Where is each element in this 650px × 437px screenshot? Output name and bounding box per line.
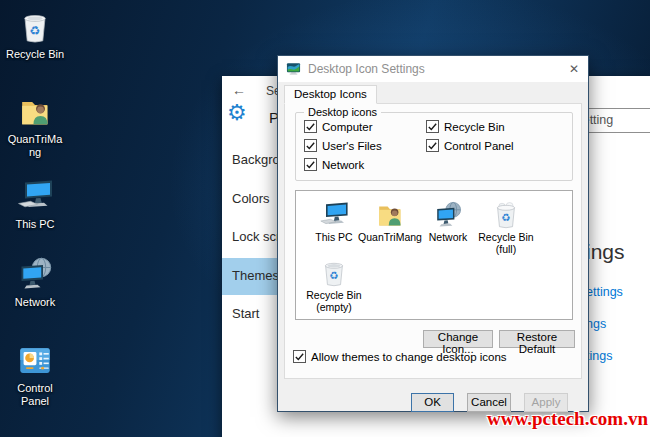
restore-default-button[interactable]: Restore Default bbox=[499, 330, 575, 348]
ok-button[interactable]: OK bbox=[411, 393, 454, 412]
sidebar-item-start[interactable]: Start bbox=[222, 306, 279, 321]
dialog-tab-page: Desktop icons Computer Recycle Bin User'… bbox=[284, 103, 582, 379]
checkbox-computer[interactable]: Computer bbox=[304, 120, 426, 133]
this-pc-icon bbox=[5, 176, 65, 216]
desktop-icon-label: Control Panel bbox=[5, 382, 65, 408]
preview-label: QuanTriMang bbox=[358, 232, 422, 244]
checkbox-check-icon bbox=[426, 139, 439, 152]
user-folder-icon bbox=[5, 93, 65, 131]
checkbox-network[interactable]: Network bbox=[304, 158, 426, 171]
desktop-icon-label: This PC bbox=[5, 218, 65, 231]
related-link-high-contrast-settings[interactable]: ngs bbox=[586, 317, 606, 331]
sidebar-item-themes[interactable]: Themes bbox=[222, 268, 279, 283]
allow-themes-checkbox[interactable]: Allow themes to change desktop icons bbox=[293, 350, 507, 363]
sidebar-item-background[interactable]: Backgrou bbox=[222, 152, 279, 167]
checkbox-check-icon bbox=[426, 120, 439, 133]
icon-preview-box: This PC QuanTriMang bbox=[295, 190, 573, 320]
svg-text:♻: ♻ bbox=[329, 269, 338, 281]
desktop-icon-recycle-bin[interactable]: ♻ Recycle Bin bbox=[5, 8, 65, 61]
checkbox-label: Computer bbox=[322, 121, 373, 133]
checkbox-label: Network bbox=[322, 159, 364, 171]
preview-label: Network bbox=[416, 232, 480, 244]
groupbox-label: Desktop icons bbox=[304, 106, 381, 118]
control-panel-icon bbox=[5, 342, 65, 380]
checkbox-check-icon bbox=[304, 139, 317, 152]
checkbox-label: Allow themes to change desktop icons bbox=[311, 351, 507, 363]
recycle-bin-empty-icon: ♻ bbox=[302, 257, 366, 289]
dialog-titlebar[interactable]: Desktop Icon Settings ✕ bbox=[278, 56, 588, 82]
recycle-bin-empty-icon: ♻ bbox=[5, 8, 65, 46]
related-link-sync-settings[interactable]: tings bbox=[586, 349, 612, 363]
preview-item-recycle-bin-empty[interactable]: ♻ Recycle Bin (empty) bbox=[302, 257, 366, 313]
desktop-icon-quantrimang[interactable]: QuanTriMang bbox=[5, 93, 65, 159]
preview-label: This PC bbox=[302, 232, 366, 244]
desktop-icon-network[interactable]: Network bbox=[5, 254, 65, 309]
back-arrow-icon[interactable]: ← bbox=[232, 82, 246, 98]
checkbox-label: Control Panel bbox=[444, 140, 514, 152]
network-icon bbox=[5, 254, 65, 294]
recycle-bin-full-icon: ♻ bbox=[474, 199, 538, 231]
desktop-icons-groupbox: Desktop icons Computer Recycle Bin User'… bbox=[295, 112, 573, 181]
checkbox-users-files[interactable]: User's Files bbox=[304, 139, 426, 152]
checkbox-label: User's Files bbox=[322, 140, 382, 152]
preview-item-network[interactable]: Network bbox=[416, 199, 480, 244]
desktop-icon-label: QuanTriMang bbox=[5, 133, 65, 159]
user-folder-icon bbox=[358, 199, 422, 231]
desktop-icon-this-pc[interactable]: This PC bbox=[5, 176, 65, 231]
related-link-desktop-icon-settings[interactable]: ettings bbox=[586, 285, 623, 299]
checkbox-label: Recycle Bin bbox=[444, 121, 505, 133]
this-pc-icon bbox=[302, 199, 366, 231]
preview-item-recycle-bin-full[interactable]: ♻ Recycle Bin (full) bbox=[474, 199, 538, 255]
desktop: ♻ Recycle Bin QuanTriMang bbox=[0, 0, 650, 437]
preview-label: Recycle Bin (full) bbox=[474, 232, 538, 255]
close-icon[interactable]: ✕ bbox=[569, 56, 579, 82]
desktop-icon-settings-app-icon bbox=[286, 61, 301, 80]
desktop-icon-control-panel[interactable]: Control Panel bbox=[5, 342, 65, 408]
svg-text:♻: ♻ bbox=[29, 24, 40, 38]
desktop-icon-label: Recycle Bin bbox=[5, 48, 65, 61]
checkbox-control-panel[interactable]: Control Panel bbox=[426, 139, 514, 152]
preview-item-this-pc[interactable]: This PC bbox=[302, 199, 366, 244]
dialog-title: Desktop Icon Settings bbox=[308, 56, 425, 82]
change-icon-button[interactable]: Change Icon... bbox=[423, 330, 493, 348]
network-icon bbox=[416, 199, 480, 231]
checkbox-check-icon bbox=[293, 350, 306, 363]
tab-desktop-icons[interactable]: Desktop Icons bbox=[284, 85, 377, 104]
related-settings-heading: ings bbox=[586, 240, 625, 264]
desktop-icon-settings-dialog: Desktop Icon Settings ✕ Desktop Icons De… bbox=[277, 55, 589, 412]
svg-text:♻: ♻ bbox=[501, 211, 510, 223]
checkbox-recycle-bin[interactable]: Recycle Bin bbox=[426, 120, 514, 133]
sidebar-item-lock-screen[interactable]: Lock scre bbox=[222, 229, 279, 244]
watermark-text: www.pctech.com.vn bbox=[487, 408, 648, 430]
desktop-icon-label: Network bbox=[5, 296, 65, 309]
sidebar-item-colors[interactable]: Colors bbox=[222, 191, 279, 206]
checkbox-check-icon bbox=[304, 158, 317, 171]
preview-item-quantrimang[interactable]: QuanTriMang bbox=[358, 199, 422, 244]
checkbox-check-icon bbox=[304, 120, 317, 133]
gear-icon: ⚙ bbox=[227, 102, 247, 124]
preview-label: Recycle Bin (empty) bbox=[302, 290, 366, 313]
